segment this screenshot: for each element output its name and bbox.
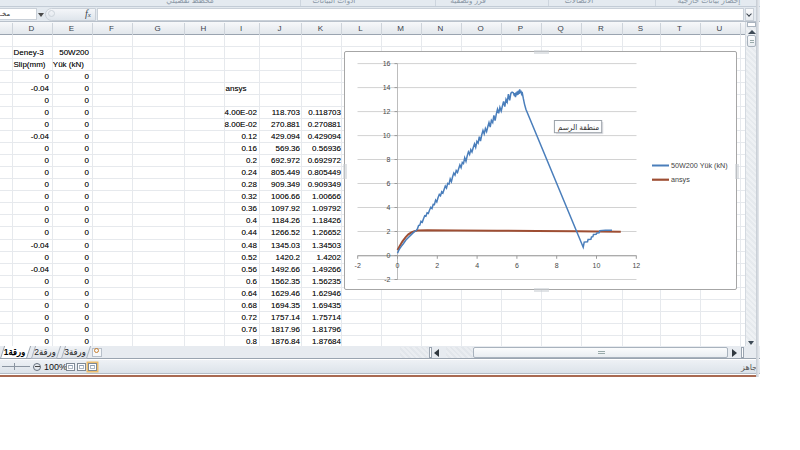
svg-text:-2: -2 <box>384 276 390 283</box>
svg-text:16: 16 <box>383 60 391 67</box>
svg-text:50W200 Yük (kN): 50W200 Yük (kN) <box>671 161 728 170</box>
svg-text:ansys: ansys <box>671 175 690 184</box>
svg-text:-2: -2 <box>355 262 361 269</box>
svg-text:10: 10 <box>383 132 391 139</box>
svg-text:8: 8 <box>387 156 391 163</box>
svg-text:12: 12 <box>383 108 391 115</box>
svg-text:14: 14 <box>383 84 391 91</box>
svg-text:منطقة الرسم: منطقة الرسم <box>558 122 600 131</box>
svg-text:12: 12 <box>632 262 640 269</box>
svg-text:2: 2 <box>387 228 391 235</box>
svg-text:8: 8 <box>555 262 559 269</box>
svg-text:0: 0 <box>387 252 391 259</box>
svg-text:10: 10 <box>593 262 601 269</box>
svg-text:2: 2 <box>435 262 439 269</box>
svg-text:4: 4 <box>475 262 479 269</box>
svg-text:4: 4 <box>387 204 391 211</box>
svg-text:0: 0 <box>396 262 400 269</box>
svg-text:6: 6 <box>515 262 519 269</box>
svg-text:6: 6 <box>387 180 391 187</box>
